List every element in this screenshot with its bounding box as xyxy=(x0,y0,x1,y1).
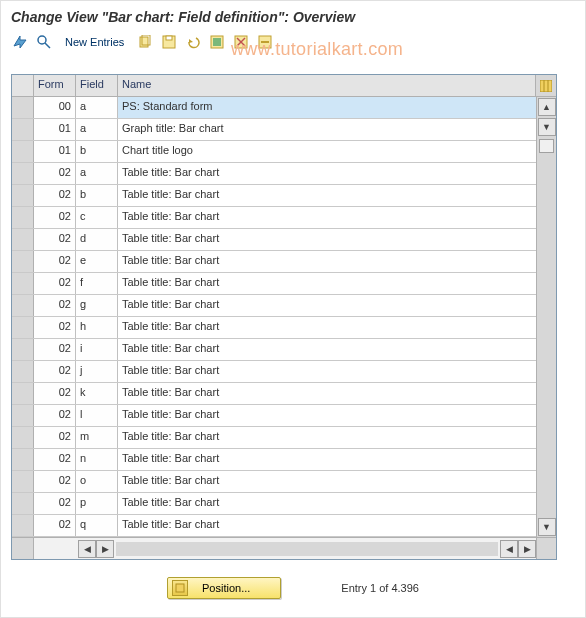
table-row[interactable]: 02mTable title: Bar chart xyxy=(12,427,536,449)
cell-field[interactable]: q xyxy=(76,515,118,536)
position-button[interactable]: Position... xyxy=(167,577,281,599)
table-row[interactable]: 00aPS: Standard form xyxy=(12,97,536,119)
new-entries-button[interactable]: New Entries xyxy=(59,36,130,48)
table-row[interactable]: 02jTable title: Bar chart xyxy=(12,361,536,383)
row-selector[interactable] xyxy=(12,427,34,448)
deselect-all-icon[interactable] xyxy=(232,33,250,51)
table-row[interactable]: 02bTable title: Bar chart xyxy=(12,185,536,207)
scroll-right-icon[interactable]: ▶ xyxy=(96,540,114,558)
cell-form[interactable]: 02 xyxy=(34,273,76,294)
cell-form[interactable]: 02 xyxy=(34,185,76,206)
row-selector[interactable] xyxy=(12,405,34,426)
scroll-left-icon[interactable]: ◀ xyxy=(78,540,96,558)
cell-form[interactable]: 02 xyxy=(34,251,76,272)
table-row[interactable]: 02qTable title: Bar chart xyxy=(12,515,536,537)
row-selector[interactable] xyxy=(12,295,34,316)
cell-name[interactable]: Table title: Bar chart xyxy=(118,317,536,338)
row-selector[interactable] xyxy=(12,317,34,338)
row-selector[interactable] xyxy=(12,97,34,118)
cell-field[interactable]: p xyxy=(76,493,118,514)
cell-form[interactable]: 02 xyxy=(34,163,76,184)
cell-name[interactable]: Table title: Bar chart xyxy=(118,339,536,360)
cell-name[interactable]: Table title: Bar chart xyxy=(118,229,536,250)
cell-field[interactable]: e xyxy=(76,251,118,272)
table-row[interactable]: 01aGraph title: Bar chart xyxy=(12,119,536,141)
cell-field[interactable]: m xyxy=(76,427,118,448)
cell-name[interactable]: Table title: Bar chart xyxy=(118,383,536,404)
row-selector[interactable] xyxy=(12,449,34,470)
cell-name[interactable]: Graph title: Bar chart xyxy=(118,119,536,140)
scroll-left-end-icon[interactable]: ◀ xyxy=(500,540,518,558)
table-row[interactable]: 02hTable title: Bar chart xyxy=(12,317,536,339)
table-row[interactable]: 02eTable title: Bar chart xyxy=(12,251,536,273)
select-all-column[interactable] xyxy=(12,75,34,96)
table-row[interactable]: 02aTable title: Bar chart xyxy=(12,163,536,185)
row-selector[interactable] xyxy=(12,141,34,162)
cell-form[interactable]: 02 xyxy=(34,493,76,514)
table-row[interactable]: 02gTable title: Bar chart xyxy=(12,295,536,317)
cell-field[interactable]: b xyxy=(76,185,118,206)
scroll-up-icon[interactable]: ▲ xyxy=(538,98,556,116)
row-selector[interactable] xyxy=(12,493,34,514)
scroll-right-end-icon[interactable]: ▶ xyxy=(518,540,536,558)
cell-name[interactable]: Table title: Bar chart xyxy=(118,295,536,316)
row-selector[interactable] xyxy=(12,339,34,360)
cell-field[interactable]: n xyxy=(76,449,118,470)
cell-name[interactable]: PS: Standard form xyxy=(118,97,536,118)
cell-field[interactable]: d xyxy=(76,229,118,250)
row-selector[interactable] xyxy=(12,383,34,404)
row-selector[interactable] xyxy=(12,119,34,140)
cell-name[interactable]: Table title: Bar chart xyxy=(118,251,536,272)
cell-form[interactable]: 02 xyxy=(34,229,76,250)
cell-name[interactable]: Table title: Bar chart xyxy=(118,449,536,470)
cell-field[interactable]: f xyxy=(76,273,118,294)
cell-form[interactable]: 02 xyxy=(34,207,76,228)
cell-form[interactable]: 02 xyxy=(34,471,76,492)
scroll-thumb[interactable] xyxy=(539,139,554,153)
row-selector[interactable] xyxy=(12,361,34,382)
cell-name[interactable]: Table title: Bar chart xyxy=(118,515,536,536)
cell-form[interactable]: 01 xyxy=(34,141,76,162)
cell-field[interactable]: i xyxy=(76,339,118,360)
table-row[interactable]: 02cTable title: Bar chart xyxy=(12,207,536,229)
table-row[interactable]: 01bChart title logo xyxy=(12,141,536,163)
cell-field[interactable]: a xyxy=(76,163,118,184)
cell-field[interactable]: k xyxy=(76,383,118,404)
row-selector[interactable] xyxy=(12,163,34,184)
cell-name[interactable]: Table title: Bar chart xyxy=(118,471,536,492)
cell-name[interactable]: Table title: Bar chart xyxy=(118,207,536,228)
undo-icon[interactable] xyxy=(184,33,202,51)
row-selector[interactable] xyxy=(12,515,34,536)
scroll-bottom-icon[interactable]: ▼ xyxy=(538,518,556,536)
column-header-form[interactable]: Form xyxy=(34,75,76,96)
row-selector[interactable] xyxy=(12,229,34,250)
cell-field[interactable]: l xyxy=(76,405,118,426)
cell-field[interactable]: h xyxy=(76,317,118,338)
table-row[interactable]: 02pTable title: Bar chart xyxy=(12,493,536,515)
horizontal-scrollbar[interactable]: ◀ ▶ ◀ ▶ xyxy=(12,537,556,559)
cell-field[interactable]: o xyxy=(76,471,118,492)
column-header-field[interactable]: Field xyxy=(76,75,118,96)
cell-form[interactable]: 02 xyxy=(34,427,76,448)
scroll-down-icon[interactable]: ▼ xyxy=(538,118,556,136)
save-icon[interactable] xyxy=(160,33,178,51)
cell-name[interactable]: Table title: Bar chart xyxy=(118,405,536,426)
configure-columns-icon[interactable] xyxy=(536,75,556,96)
cell-form[interactable]: 02 xyxy=(34,405,76,426)
cell-form[interactable]: 02 xyxy=(34,339,76,360)
cell-field[interactable]: j xyxy=(76,361,118,382)
cell-name[interactable]: Table title: Bar chart xyxy=(118,185,536,206)
table-row[interactable]: 02iTable title: Bar chart xyxy=(12,339,536,361)
cell-form[interactable]: 02 xyxy=(34,295,76,316)
cell-name[interactable]: Table title: Bar chart xyxy=(118,273,536,294)
cell-name[interactable]: Table title: Bar chart xyxy=(118,427,536,448)
table-row[interactable]: 02fTable title: Bar chart xyxy=(12,273,536,295)
cell-form[interactable]: 01 xyxy=(34,119,76,140)
cell-field[interactable]: c xyxy=(76,207,118,228)
cell-name[interactable]: Table title: Bar chart xyxy=(118,361,536,382)
copy-icon[interactable] xyxy=(136,33,154,51)
cell-field[interactable]: a xyxy=(76,97,118,118)
cell-form[interactable]: 02 xyxy=(34,361,76,382)
cell-form[interactable]: 02 xyxy=(34,449,76,470)
row-selector[interactable] xyxy=(12,273,34,294)
